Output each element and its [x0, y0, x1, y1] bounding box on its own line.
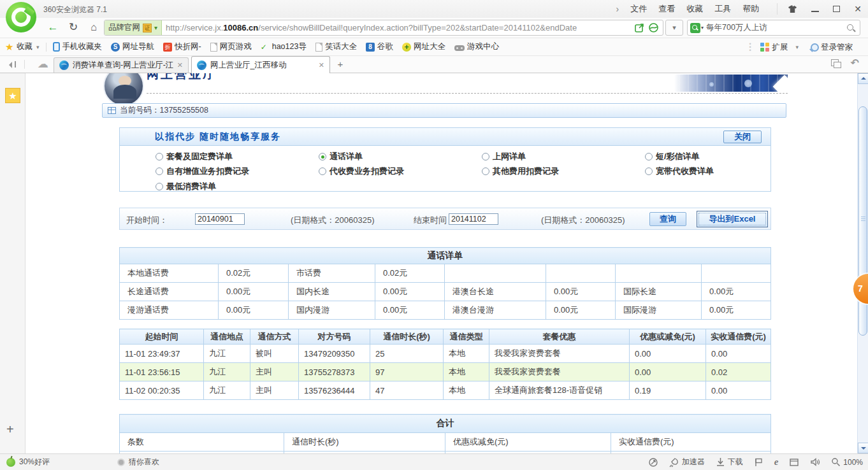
tab-bar: ☁ 消费详单查询-网上营业厅-江 ✕ 网上营业厅_江西移动 ✕ + ↶ [0, 56, 868, 73]
bookmark-jokes[interactable]: 笑话大全 [315, 41, 357, 52]
tab-label: 消费详单查询-网上营业厅-江 [73, 60, 173, 71]
query-button[interactable]: 查询 [649, 212, 686, 226]
share-icon[interactable] [634, 22, 645, 33]
speed-test-button[interactable] [648, 457, 658, 467]
date-format-hint: (日期格式：20060325) [291, 215, 375, 226]
search-engine-icon[interactable] [690, 23, 700, 33]
close-button[interactable]: ✕ [854, 4, 862, 14]
phone-icon [53, 42, 60, 52]
rating-apple-icon[interactable] [6, 458, 15, 467]
menu-tools[interactable]: 工具 [714, 3, 731, 15]
tab-bill-query[interactable]: 消费详单查询-网上营业厅-江 ✕ [54, 57, 189, 73]
title-bar: 360安全浏览器 7.1 › 文件 查看 收藏 工具 帮助 ✕ [0, 0, 868, 18]
scroll-down-button[interactable] [858, 443, 868, 453]
bookmark-kuaizhe[interactable]: 折快折网- [163, 41, 201, 52]
radio-other-fee-deduction[interactable]: 其他费用扣费记录 [482, 166, 559, 177]
download-label: 下载 [728, 457, 743, 467]
radio-collection-deduction[interactable]: 代收费业务扣费记录 [319, 166, 404, 177]
tab-list-icon[interactable] [831, 59, 841, 68]
banner-graphic [674, 75, 788, 92]
bookmark-google[interactable]: 8谷歌 [366, 41, 393, 52]
bookmark-mobile-favorites[interactable]: 手机收藏夹 [53, 41, 103, 52]
divider [24, 60, 25, 69]
url-text[interactable]: http://service.jx.10086.cn/service/showB… [162, 23, 634, 32]
search-box[interactable]: ▾ [687, 20, 860, 36]
favorites-caret-icon[interactable]: ▾ [36, 44, 40, 50]
reopen-closed-tab-icon[interactable]: ↶ [851, 59, 859, 68]
bookmark-site-nav[interactable]: S网址导航 [111, 41, 154, 52]
url-dropdown-button[interactable]: ▾ [665, 20, 683, 36]
side-rail: ★ + [0, 73, 25, 453]
tab-close-icon[interactable]: ✕ [177, 61, 183, 69]
zoom-control[interactable]: 100% [831, 457, 863, 467]
radio-label: 宽带代收费详单 [656, 166, 714, 177]
radio-broadband-collection[interactable]: 宽带代收费详单 [645, 166, 714, 177]
cloud-sync-icon[interactable]: ☁ [38, 59, 48, 69]
address-bar[interactable]: 品牌官网 证 ▾ http://service.jx.10086.cn/serv… [104, 20, 663, 36]
rating-label[interactable]: 30%好评 [19, 457, 50, 467]
search-input[interactable] [704, 24, 846, 32]
menu-file[interactable]: 文件 [630, 3, 647, 15]
table-row: 11-01 23:56:15九江主叫1375527837397本地我爱我家资费套… [120, 363, 771, 381]
export-excel-button[interactable]: 导出到Excel [697, 211, 768, 227]
collapse-sidebar-icon[interactable] [8, 59, 18, 69]
current-number-bar: 当前号码：13755255508 [102, 103, 786, 118]
table-row: 11-01 23:49:37九江被叫1347920935025本地我爱我家资费套… [120, 345, 771, 363]
download-button[interactable]: 下载 [716, 457, 743, 467]
guess-dot-icon [117, 459, 125, 466]
home-button[interactable]: ⌂ [85, 19, 102, 36]
menu-favorites[interactable]: 收藏 [686, 3, 703, 15]
bookmark-label: 网址大全 [414, 41, 445, 52]
guess-you-like-button[interactable]: 猜你喜欢 [117, 457, 159, 467]
report-flag-icon[interactable] [754, 457, 763, 467]
radio-minimum-consumption[interactable]: 最低消费详单 [156, 181, 216, 192]
extensions-caret-icon[interactable]: ▾ [795, 44, 799, 50]
new-tab-button[interactable]: + [333, 58, 348, 71]
menu-view[interactable]: 查看 [658, 3, 675, 15]
menu-expand-icon[interactable]: › [616, 4, 619, 14]
ie-mode-icon[interactable]: e [774, 457, 779, 467]
favorites-rail-button[interactable]: ★ [5, 88, 20, 103]
bookmark-web-games[interactable]: 网页游戏 [210, 41, 252, 52]
site-verified-badge[interactable]: 品牌官网 证 ▾ [105, 20, 162, 35]
close-panel-button[interactable]: 关闭 [723, 131, 762, 143]
radio-icon [645, 153, 653, 160]
skin-icon[interactable] [788, 5, 797, 13]
back-button[interactable]: ← [45, 19, 61, 36]
radio-value-added-deduction[interactable]: 自有增值业务扣费记录 [156, 166, 249, 177]
bookmark-hao123[interactable]: ✓hao123导 [261, 41, 307, 52]
radio-label: 上网详单 [493, 151, 526, 162]
badge-caret-icon: ▾ [154, 24, 157, 31]
radio-package-fixed-fee[interactable]: 套餐及固定费详单 [156, 151, 233, 162]
window-mode-icon[interactable] [789, 458, 799, 467]
menu-help[interactable]: 帮助 [742, 3, 759, 15]
bookmarks-bar: ★ 收藏 ▾ 手机收藏夹 S网址导航 折快折网- 网页游戏 ✓hao123导 笑… [0, 38, 868, 56]
call-detail-table: 起始时间通信地点通信方式对方号码通信时长(秒)通信类型套餐优惠优惠或减免(元)实… [119, 329, 771, 400]
date-query-bar: 开始时间： (日期格式：20060325) 结束时间： (日期格式：200603… [119, 208, 771, 230]
start-date-input[interactable] [195, 213, 245, 225]
radio-internet-detail[interactable]: 上网详单 [482, 151, 526, 162]
radio-call-detail[interactable]: 通话详单 [319, 151, 363, 162]
search-magnifier-icon[interactable] [846, 23, 856, 33]
scroll-up-button[interactable] [858, 73, 868, 84]
bookmark-game-center[interactable]: 游戏中心 [454, 41, 499, 52]
tab-online-hall[interactable]: 网上营业厅_江西移动 ✕ [191, 56, 330, 73]
tab-close-icon[interactable]: ✕ [319, 61, 324, 69]
rail-add-button[interactable]: + [6, 422, 14, 437]
minimize-button[interactable] [811, 11, 819, 12]
maximize-button[interactable] [833, 6, 840, 12]
netbank-safe-icon[interactable] [648, 22, 659, 33]
bookmark-site-collection[interactable]: +网址大全 [402, 41, 445, 52]
mute-speaker-icon[interactable] [810, 457, 820, 467]
end-date-input[interactable] [449, 213, 498, 225]
extensions-button[interactable]: 扩展 [760, 42, 788, 53]
refresh-button[interactable]: ↻ [65, 19, 82, 36]
favorites-button[interactable]: ★ 收藏 [5, 41, 33, 52]
radio-sms-detail[interactable]: 短/彩信详单 [645, 151, 700, 162]
page-scrollbar[interactable] [857, 73, 868, 453]
accelerator-label: 加速器 [682, 457, 705, 467]
accelerator-button[interactable]: 加速器 [669, 457, 705, 467]
browser-logo-icon[interactable] [6, 2, 36, 32]
table-header-row: 起始时间通信地点通信方式对方号码通信时长(秒)通信类型套餐优惠优惠或减免(元)实… [120, 329, 771, 345]
login-manager-button[interactable]: 登录管家 [809, 42, 853, 53]
